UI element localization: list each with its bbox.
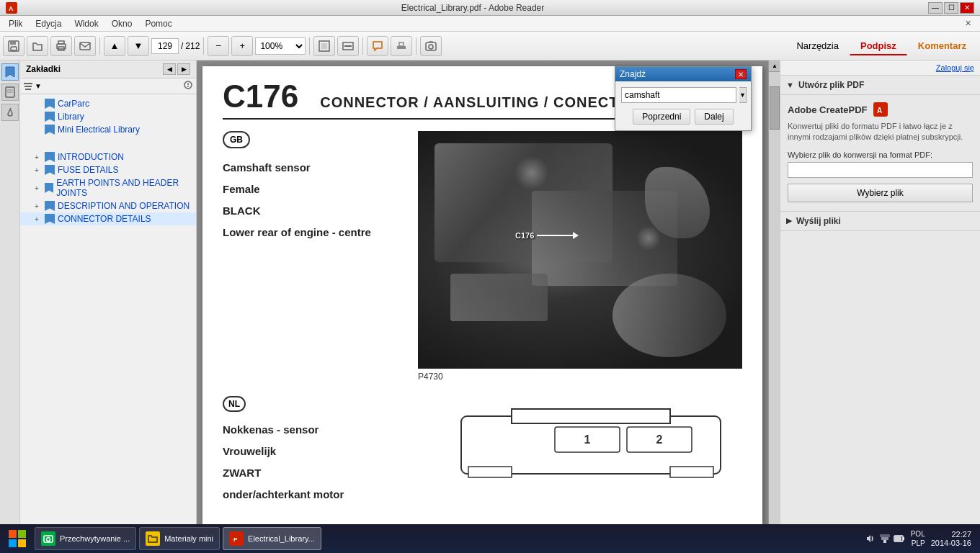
search-input[interactable] — [621, 87, 736, 103]
svg-point-16 — [429, 45, 433, 49]
sidebar-toolbar: ▼ — [20, 78, 196, 94]
window-title: Electrical_Library.pdf - Adobe Reader — [401, 3, 545, 13]
fit-page-button[interactable] — [313, 36, 335, 56]
minimize-button[interactable]: — — [928, 2, 943, 14]
expand-fuse[interactable]: + — [35, 166, 43, 174]
sidebar-item-introduction[interactable]: + INTRODUCTION — [20, 150, 196, 163]
search-title: Znajdź — [620, 69, 646, 79]
zoom-out-button[interactable]: − — [208, 36, 229, 56]
svg-rect-29 — [468, 467, 512, 477]
file-input[interactable] — [788, 162, 973, 178]
svg-rect-45 — [895, 536, 901, 541]
sidebar-item-carparc[interactable]: CarParc — [20, 97, 196, 110]
prev-page-button[interactable]: ▲ — [104, 36, 125, 56]
page-ref: C176 — [223, 81, 298, 112]
svg-rect-21 — [24, 83, 32, 84]
gb-badge: GB — [223, 131, 250, 148]
snapshot-button[interactable] — [420, 36, 442, 56]
taskbar-electrical[interactable]: P Electrical_Library... — [223, 527, 321, 550]
sidebar-label-fuse: FUSE DETAILS — [58, 165, 118, 175]
sidebar-item-description[interactable]: + DESCRIPTION AND OPERATION — [20, 199, 196, 212]
send-files-title: Wyślij pliki — [796, 216, 841, 226]
options-button[interactable] — [183, 80, 193, 92]
search-input-row: ▼ — [621, 87, 745, 103]
maximize-button[interactable]: ☐ — [944, 2, 958, 14]
expand-introduction[interactable]: + — [35, 153, 43, 161]
system-icons — [865, 533, 905, 544]
bookmark-icon-connector — [45, 214, 55, 224]
adobe-createpdf-row: Adobe CreatePDF A — [788, 102, 973, 117]
menu-pomoc[interactable]: Pomoc — [139, 17, 177, 30]
search-dropdown-button[interactable]: ▼ — [739, 87, 747, 103]
title-bar: A Electrical_Library.pdf - Adobe Reader … — [0, 0, 980, 16]
email-button[interactable] — [74, 36, 96, 56]
adobe-icon[interactable]: A — [873, 102, 888, 117]
nl-line4: onder/achterkant motor — [223, 484, 442, 505]
close-button[interactable]: ✕ — [960, 2, 974, 14]
menu-okno[interactable]: Okno — [106, 17, 138, 30]
page-input[interactable] — [151, 38, 179, 54]
sidebar-tree: CarParc Library Mini Electrical Library … — [20, 94, 196, 537]
pdf-area: C176 CONNECTOR / AANSLUITING / CONECTOR … — [197, 60, 780, 537]
sidebar-collapse-button[interactable]: ◀ — [163, 63, 176, 75]
next-page-button[interactable]: ▼ — [128, 36, 149, 56]
open-button[interactable] — [27, 36, 48, 56]
pages-icon-btn[interactable] — [1, 84, 19, 101]
next-button[interactable]: Dalej — [695, 109, 733, 125]
taskbar-materialy[interactable]: Materiały mini — [139, 527, 220, 550]
expand-connector[interactable]: + — [35, 215, 43, 223]
svg-rect-14 — [399, 42, 404, 46]
narzedzia-button[interactable]: Narzędzia — [785, 37, 850, 55]
expand-earth[interactable]: + — [35, 184, 43, 192]
choose-file-button[interactable]: Wybierz plik — [788, 184, 973, 202]
sidebar-item-library[interactable]: Library — [20, 110, 196, 123]
stamp-button[interactable] — [391, 36, 412, 56]
start-button[interactable] — [3, 526, 32, 552]
bookmark-icon-mini-electrical — [45, 125, 55, 135]
print-button[interactable] — [50, 36, 72, 56]
scroll-thumb[interactable] — [770, 86, 780, 130]
menu-close[interactable]: ✕ — [959, 17, 977, 30]
sidebar-label-mini-electrical: Mini Electrical Library — [58, 125, 140, 135]
gb-line4: Lower rear of engine - centre — [223, 222, 406, 243]
sidebar-item-mini-electrical[interactable]: Mini Electrical Library — [20, 123, 196, 136]
taskbar-materialy-label: Materiały mini — [164, 534, 213, 543]
scroll-up-button[interactable]: ▲ — [769, 60, 780, 72]
sidebar-expand-button[interactable]: ▶ — [177, 63, 190, 75]
sidebar-item-earth-points[interactable]: + EARTH POINTS AND HEADER JOINTS — [20, 176, 196, 199]
zoom-in-button[interactable]: + — [231, 36, 253, 56]
gb-section: GB Camshaft sensor Female BLACK Lower re… — [223, 131, 406, 382]
sidebar-item-fuse-details[interactable]: + FUSE DETAILS — [20, 163, 196, 176]
login-link[interactable]: Zaloguj się — [936, 63, 974, 72]
toolbar: ▲ ▼ / 212 − + 100%75%125%150% Narzędzia … — [0, 32, 980, 60]
windows-logo-icon — [9, 530, 26, 547]
rp-header: Zaloguj się — [780, 60, 980, 76]
search-close-button[interactable]: ✕ — [735, 69, 747, 79]
comment-button[interactable] — [367, 36, 388, 56]
separator5 — [416, 37, 416, 55]
svg-text:P: P — [233, 536, 238, 543]
create-pdf-header[interactable]: ▼ Utwórz plik PDF — [780, 76, 980, 95]
menu-plik[interactable]: Plik — [3, 17, 28, 30]
gb-line1: Camshaft sensor — [223, 157, 406, 179]
taskbar-przechwytywanie[interactable]: Przechwytywanie ... — [35, 527, 136, 550]
menu-edycja[interactable]: Edycja — [30, 17, 67, 30]
create-pdf-title: Utwórz plik PDF — [798, 80, 864, 90]
svg-rect-3 — [10, 41, 16, 45]
prev-button[interactable]: Poprzedni — [633, 109, 690, 125]
sidebar-item-connector-details[interactable]: + CONNECTOR DETAILS — [20, 212, 196, 225]
sort-button[interactable]: ▼ — [23, 81, 42, 91]
save-button[interactable] — [3, 36, 24, 56]
attachments-icon-btn[interactable] — [1, 104, 19, 121]
zoom-select[interactable]: 100%75%125%150% — [255, 37, 306, 55]
pdf-vscrollbar[interactable]: ▲ ▼ — [768, 60, 780, 537]
menu-widok[interactable]: Widok — [68, 17, 104, 30]
bookmarks-icon-btn[interactable] — [1, 63, 19, 81]
podpisz-button[interactable]: Podpisz — [850, 37, 907, 55]
expand-description[interactable]: + — [35, 202, 43, 210]
komentarz-button[interactable]: Komentarz — [907, 37, 977, 55]
fit-width-button[interactable] — [337, 36, 359, 56]
sidebar: Zakładki ◀ ▶ ▼ CarParc — [20, 60, 197, 537]
connector-svg: 2 1 — [454, 402, 728, 488]
send-files-header[interactable]: ▶ Wyślij pliki — [780, 211, 980, 231]
